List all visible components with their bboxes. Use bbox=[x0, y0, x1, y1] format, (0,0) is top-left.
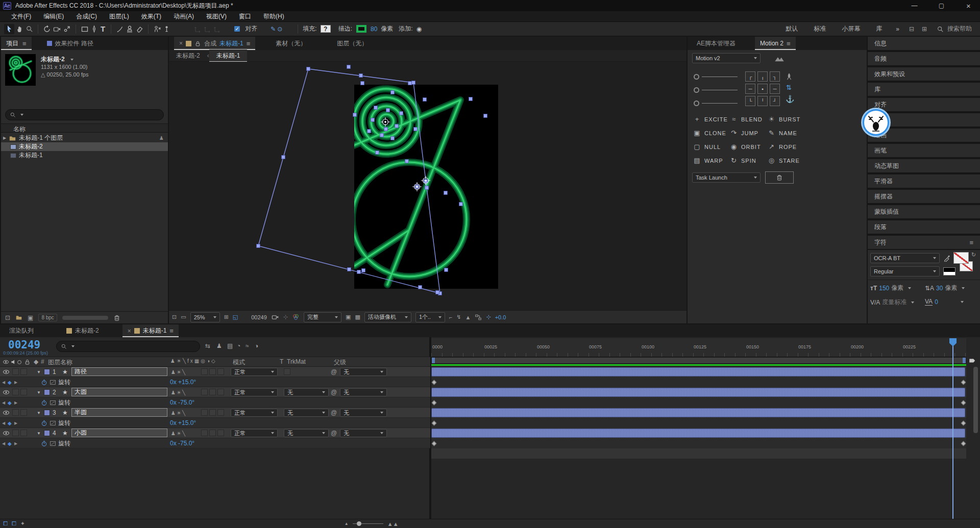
keyframe-toggle-icon[interactable]: ◆ bbox=[8, 377, 12, 387]
switch-box[interactable] bbox=[201, 409, 208, 416]
property-name[interactable]: 旋转 bbox=[58, 438, 70, 448]
blend-mode-select[interactable]: 正常 bbox=[231, 388, 278, 396]
panel-menu-icon[interactable]: ≡ bbox=[247, 40, 251, 47]
frame-blend-toggle-icon[interactable]: ⧠ bbox=[3, 520, 8, 527]
layer-bar-3[interactable] bbox=[431, 408, 965, 417]
next-keyframe-icon[interactable]: ▶ bbox=[14, 377, 17, 387]
stare-button[interactable]: ◎STARE bbox=[768, 157, 800, 164]
project-search[interactable] bbox=[5, 109, 164, 120]
audio-toggle[interactable] bbox=[12, 409, 19, 416]
warp-button[interactable]: ▤WARP bbox=[694, 157, 723, 164]
menu-animation[interactable]: 动画(A) bbox=[167, 12, 200, 21]
crumb-comp1[interactable]: 未标题-1 bbox=[209, 49, 248, 62]
lock-icon[interactable] bbox=[194, 40, 201, 47]
label-color-chip[interactable] bbox=[44, 369, 50, 375]
graph-scrollbar[interactable] bbox=[973, 367, 978, 433]
switch-box[interactable] bbox=[201, 389, 208, 395]
text-tool[interactable]: T bbox=[100, 24, 106, 33]
property-row-3[interactable]: ◀ ◆ ▶ 旋转 0x +15.0° bbox=[0, 418, 430, 428]
work-area-bar[interactable] bbox=[431, 357, 966, 364]
layer-name[interactable]: 路径 bbox=[71, 367, 167, 376]
tracking-value[interactable]: 0 bbox=[935, 298, 938, 306]
exposure-value[interactable]: +0.0 bbox=[495, 314, 506, 320]
stopwatch-icon[interactable] bbox=[41, 418, 47, 428]
panel-menu-icon[interactable]: ≡ bbox=[969, 239, 973, 246]
layer-row-1[interactable]: ▼ 1 ★ 路径 ♟☀╲ 正常 @ 无 bbox=[0, 367, 430, 377]
graph-icon[interactable] bbox=[50, 397, 56, 408]
next-keyframe-icon[interactable]: ▶ bbox=[14, 418, 17, 428]
close-button[interactable]: × bbox=[957, 2, 980, 10]
graph-icon[interactable] bbox=[50, 377, 56, 387]
slider-2[interactable] bbox=[694, 87, 738, 94]
label-color-chip[interactable] bbox=[44, 389, 50, 395]
minimize-button[interactable]: — bbox=[903, 2, 926, 9]
stroke-swatch[interactable] bbox=[356, 25, 366, 33]
audio-toggle[interactable] bbox=[12, 389, 19, 395]
solo-toggle[interactable] bbox=[20, 409, 27, 416]
eyedropper-icon[interactable] bbox=[943, 254, 951, 262]
tab-render-queue[interactable]: 渲染队列 bbox=[0, 326, 43, 335]
project-row-folder[interactable]: ▶ 未标题-1 个图层 ♟ bbox=[1, 134, 168, 142]
orbit-button[interactable]: ◉ORBIT bbox=[730, 143, 761, 150]
menu-view[interactable]: 视图(V) bbox=[200, 12, 233, 21]
menu-layer[interactable]: 图层(L) bbox=[103, 12, 135, 21]
workspace-overflow[interactable]: » bbox=[891, 26, 904, 33]
frame-blend-icon[interactable]: ▤ bbox=[227, 342, 233, 349]
prev-keyframe-icon[interactable]: ◀ bbox=[2, 418, 5, 428]
pan-behind-tool[interactable] bbox=[63, 25, 71, 33]
font-size-caret[interactable] bbox=[908, 287, 911, 289]
next-keyframe-icon[interactable]: ▶ bbox=[14, 397, 17, 408]
kerning-value[interactable]: 度量标准 bbox=[882, 298, 906, 307]
current-frame-display[interactable]: 00249 bbox=[8, 339, 40, 351]
parent-select[interactable]: 无 bbox=[340, 388, 387, 396]
panel-motion-sketch[interactable]: 动态草图 bbox=[868, 159, 980, 173]
timeline-zoom-slider[interactable] bbox=[353, 521, 383, 527]
leading-value[interactable]: 30 bbox=[936, 285, 943, 292]
kerning-caret[interactable] bbox=[911, 301, 914, 304]
pickwhip-icon[interactable]: @ bbox=[331, 367, 337, 377]
property-value[interactable]: 0x -75.0° bbox=[170, 438, 194, 448]
prev-keyframe-icon[interactable]: ◀ bbox=[2, 377, 5, 387]
zoom-in-mountain-icon[interactable]: ▲▲ bbox=[387, 521, 399, 527]
rope-button[interactable]: ↗ROPE bbox=[768, 143, 797, 150]
prev-keyframe-icon[interactable]: ◀ bbox=[2, 397, 5, 408]
panel-library[interactable]: 库 bbox=[868, 83, 980, 97]
selection-tool[interactable] bbox=[4, 24, 14, 34]
slider-3[interactable] bbox=[694, 100, 738, 107]
switch-box[interactable] bbox=[217, 389, 224, 395]
tab-close-icon[interactable]: × bbox=[179, 40, 183, 47]
magnification-icon[interactable]: ▭ bbox=[181, 314, 186, 320]
puppet-pin-tool[interactable] bbox=[163, 25, 170, 33]
anchor-icon[interactable]: ⚓ bbox=[786, 95, 794, 103]
menu-help[interactable]: 帮助(H) bbox=[257, 12, 290, 21]
layer-bar-1[interactable] bbox=[431, 367, 965, 376]
menu-edit[interactable]: 编辑(E) bbox=[37, 12, 70, 21]
property-value[interactable]: 0x -75.0° bbox=[170, 397, 194, 408]
burst-button[interactable]: ☀BURST bbox=[768, 115, 800, 123]
bw-swatch[interactable] bbox=[943, 267, 955, 275]
property-row-2[interactable]: ◀ ◆ ▶ 旋转 0x -75.0° bbox=[0, 397, 430, 408]
tab-project[interactable]: 项目 ≡ bbox=[1, 37, 32, 50]
mask-visibility-icon[interactable]: ◱ bbox=[233, 314, 238, 320]
tab-composition[interactable]: × 合成 未标题-1 ≡ bbox=[174, 37, 255, 50]
layer-row-4[interactable]: ▼ 4 ★ 小圆 ♟☀╲ 正常 无 @ 无 bbox=[0, 428, 430, 438]
eye-icon[interactable] bbox=[3, 367, 10, 377]
property-row-4[interactable]: ◀ ◆ ▶ 旋转 0x -75.0° bbox=[0, 438, 430, 448]
eraser-tool[interactable] bbox=[135, 25, 143, 33]
workspace-default[interactable]: 默认 bbox=[778, 24, 805, 33]
roto-brush-tool[interactable] bbox=[153, 25, 161, 33]
anchor-top-left[interactable]: ┌ bbox=[745, 71, 755, 82]
label-color-chip[interactable] bbox=[44, 410, 50, 416]
tab-script-manager[interactable]: AE脚本管理器 bbox=[692, 37, 741, 50]
chart-icon[interactable]: ◑ bbox=[255, 342, 258, 349]
brainstorm-toggle-icon[interactable]: ✦ bbox=[20, 520, 25, 527]
resolution-select[interactable]: 完整 bbox=[304, 312, 341, 322]
updown-arrows-icon[interactable]: ⇅ bbox=[786, 84, 792, 91]
col-trkmat[interactable]: TrkMat bbox=[287, 358, 306, 365]
layer-name[interactable]: 半圆 bbox=[71, 408, 167, 417]
panel-character[interactable]: 字符≡ bbox=[868, 236, 980, 250]
col-mode[interactable]: 模式 bbox=[233, 358, 245, 367]
panel-effects-presets[interactable]: 效果和预设 bbox=[868, 67, 980, 82]
property-name[interactable]: 旋转 bbox=[58, 397, 70, 408]
panel-align[interactable]: 对齐 bbox=[868, 98, 980, 112]
